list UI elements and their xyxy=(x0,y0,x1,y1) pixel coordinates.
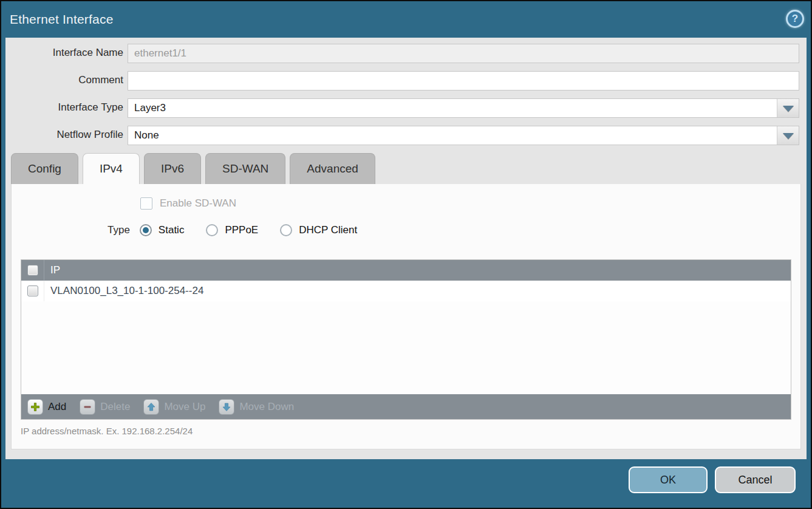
plus-icon xyxy=(27,399,43,415)
netflow-profile-dropdown-button[interactable] xyxy=(777,126,799,145)
row-checkbox[interactable] xyxy=(27,285,38,296)
move-up-button: Move Up xyxy=(143,399,205,415)
radio-pppoe-label: PPPoE xyxy=(225,224,258,236)
ip-table-header: IP xyxy=(21,260,791,281)
radio-static[interactable]: Static xyxy=(140,224,185,236)
ipv4-tab-panel: Enable SD-WAN Type Static PPPoE DHCP Cli… xyxy=(11,184,801,449)
dialog-titlebar: Ethernet Interface ? xyxy=(1,1,811,38)
table-empty-area xyxy=(21,301,791,394)
chevron-down-icon xyxy=(783,106,794,112)
netflow-profile-value: None xyxy=(134,129,159,142)
type-radio-group: Type Static PPPoE DHCP Client xyxy=(107,224,379,236)
tab-config[interactable]: Config xyxy=(11,153,78,184)
help-icon[interactable]: ? xyxy=(786,10,804,28)
table-toolbar: Add Delete Move Up xyxy=(21,394,791,419)
radio-button-icon[interactable] xyxy=(206,224,218,236)
add-button[interactable]: Add xyxy=(27,399,66,415)
ethernet-interface-dialog: Ethernet Interface ? Interface Name Comm… xyxy=(0,0,812,509)
ip-format-hint: IP address/netmask. Ex. 192.168.2.254/24 xyxy=(21,426,193,436)
interface-type-dropdown[interactable]: Layer3 xyxy=(128,98,799,118)
ip-column-header: IP xyxy=(44,264,60,276)
enable-sdwan-row: Enable SD-WAN xyxy=(140,197,236,210)
interface-name-label: Interface Name xyxy=(8,47,123,59)
delete-button-label: Delete xyxy=(100,401,130,413)
ok-button[interactable]: OK xyxy=(629,466,708,493)
comment-label: Comment xyxy=(8,74,123,86)
table-row[interactable]: VLAN0100_L3_10-1-100-254--24 xyxy=(21,281,791,301)
move-down-button: Move Down xyxy=(219,399,294,415)
radio-static-label: Static xyxy=(159,224,185,236)
comment-field[interactable] xyxy=(128,71,799,91)
row-checkbox-cell xyxy=(21,281,44,301)
interface-name-field xyxy=(128,44,799,63)
select-all-checkbox[interactable] xyxy=(27,265,38,276)
netflow-profile-label: Netflow Profile xyxy=(8,129,123,141)
minus-icon xyxy=(80,399,95,415)
select-all-cell xyxy=(21,260,44,281)
interface-type-label: Interface Type xyxy=(8,101,123,114)
arrow-up-icon xyxy=(143,399,159,415)
cancel-button[interactable]: Cancel xyxy=(715,466,796,493)
radio-button-icon[interactable] xyxy=(140,224,152,236)
netflow-profile-dropdown[interactable]: None xyxy=(128,126,799,145)
tab-ipv4[interactable]: IPv4 xyxy=(83,153,140,184)
ip-cell[interactable]: VLAN0100_L3_10-1-100-254--24 xyxy=(44,285,203,297)
enable-sdwan-checkbox xyxy=(140,197,152,210)
add-button-label: Add xyxy=(48,401,66,413)
radio-pppoe[interactable]: PPPoE xyxy=(206,224,258,236)
ip-address-table: IP VLAN0100_L3_10-1-100-254--24 Add xyxy=(21,259,791,420)
radio-dhcp-client[interactable]: DHCP Client xyxy=(280,224,357,236)
dialog-body: Interface Name Comment Interface Type La… xyxy=(5,38,807,459)
tab-ipv6[interactable]: IPv6 xyxy=(144,153,201,184)
tab-bar: Config IPv4 IPv6 SD-WAN Advanced xyxy=(11,153,375,184)
interface-type-value: Layer3 xyxy=(134,102,166,114)
chevron-down-icon xyxy=(783,133,794,139)
tab-sdwan[interactable]: SD-WAN xyxy=(205,153,285,184)
tab-advanced[interactable]: Advanced xyxy=(290,153,375,184)
interface-type-dropdown-button[interactable] xyxy=(777,99,799,117)
arrow-down-icon xyxy=(219,399,234,415)
dialog-title: Ethernet Interface xyxy=(10,1,114,38)
radio-dhcp-client-label: DHCP Client xyxy=(299,224,357,236)
enable-sdwan-label: Enable SD-WAN xyxy=(160,197,236,210)
move-down-button-label: Move Down xyxy=(239,401,294,413)
delete-button: Delete xyxy=(80,399,130,415)
type-label: Type xyxy=(107,224,130,236)
radio-button-icon[interactable] xyxy=(280,224,292,236)
move-up-button-label: Move Up xyxy=(164,401,205,413)
